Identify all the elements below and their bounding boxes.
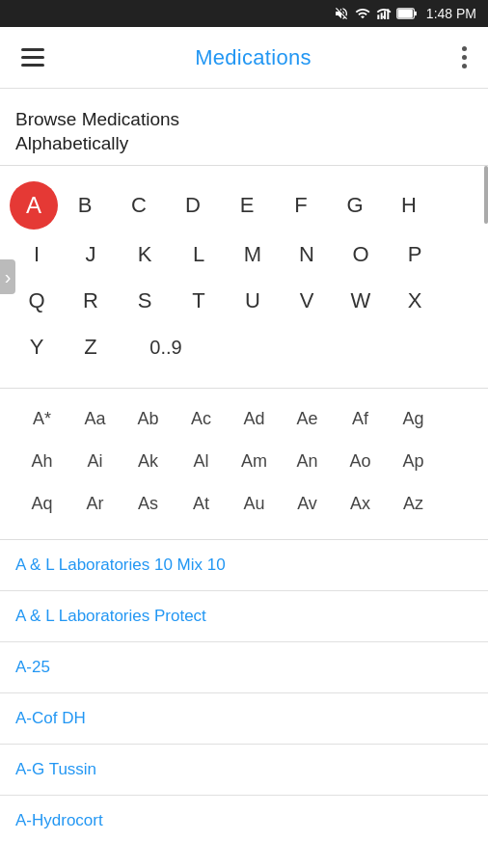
sub-alpha-At[interactable]: At bbox=[175, 485, 228, 522]
alpha-row-2: I J K L M N O P bbox=[10, 233, 478, 276]
alpha-cell-W[interactable]: W bbox=[334, 280, 388, 322]
med-item-1[interactable]: A & L Laboratories Protect bbox=[0, 591, 488, 642]
status-bar: 1:48 PM bbox=[0, 0, 488, 27]
alpha-cell-N[interactable]: N bbox=[280, 233, 334, 276]
svg-rect-5 bbox=[397, 10, 412, 18]
alpha-cell-A[interactable]: A bbox=[10, 181, 58, 230]
alpha-cell-L[interactable]: L bbox=[172, 233, 226, 276]
sub-alpha-Aa[interactable]: Aa bbox=[68, 400, 122, 437]
sub-alpha-Au[interactable]: Au bbox=[228, 485, 281, 522]
sub-alpha-Ah[interactable]: Ah bbox=[15, 443, 68, 479]
alpha-cell-Z[interactable]: Z bbox=[64, 326, 118, 368]
sub-alpha-Af[interactable]: Af bbox=[334, 400, 387, 437]
more-options-icon[interactable] bbox=[456, 41, 473, 74]
battery-icon bbox=[396, 7, 418, 20]
alpha-row-1: A B C D E F G H bbox=[10, 181, 478, 230]
sub-alpha-Ac[interactable]: Ac bbox=[175, 400, 228, 437]
alpha-cell-U[interactable]: U bbox=[226, 280, 280, 322]
sub-alpha-Ae[interactable]: Ae bbox=[281, 400, 334, 437]
alpha-cell-P[interactable]: P bbox=[388, 233, 442, 276]
sub-alpha-Am[interactable]: Am bbox=[228, 443, 281, 479]
svg-rect-1 bbox=[381, 13, 383, 19]
alpha-cell-J[interactable]: J bbox=[64, 233, 118, 276]
sub-alpha-section: A* Aa Ab Ac Ad Ae Af Ag Ah Ai Ak Al Am A… bbox=[0, 389, 488, 540]
alpha-cell-S[interactable]: S bbox=[118, 280, 172, 322]
svg-rect-2 bbox=[384, 11, 386, 19]
alpha-row-4: Y Z 0..9 bbox=[10, 326, 478, 368]
med-item-4[interactable]: A-G Tussin bbox=[0, 745, 488, 796]
alpha-cell-I[interactable]: I bbox=[10, 233, 64, 276]
status-icons: 1:48 PM bbox=[334, 6, 476, 21]
sub-alpha-Az[interactable]: Az bbox=[387, 485, 440, 522]
alpha-cell-E[interactable]: E bbox=[220, 184, 274, 227]
alpha-cell-O[interactable]: O bbox=[334, 233, 388, 276]
alpha-cell-X[interactable]: X bbox=[388, 280, 442, 322]
alpha-cell-F[interactable]: F bbox=[274, 184, 328, 227]
scroll-indicator[interactable] bbox=[0, 259, 15, 294]
alpha-cell-C[interactable]: C bbox=[112, 184, 166, 227]
svg-rect-0 bbox=[377, 14, 379, 19]
sub-alpha-Ap[interactable]: Ap bbox=[387, 443, 440, 479]
sub-alpha-Ag[interactable]: Ag bbox=[387, 400, 440, 437]
medications-list: A & L Laboratories 10 Mix 10 A & L Labor… bbox=[0, 540, 488, 846]
med-item-2[interactable]: A-25 bbox=[0, 642, 488, 693]
app-bar: Medications bbox=[0, 27, 488, 89]
alpha-cell-K[interactable]: K bbox=[118, 233, 172, 276]
scrollbar[interactable] bbox=[484, 166, 488, 224]
alpha-cell-B[interactable]: B bbox=[58, 184, 112, 227]
sub-alpha-Ab[interactable]: Ab bbox=[122, 400, 175, 437]
sub-alpha-Ad[interactable]: Ad bbox=[228, 400, 281, 437]
sub-alpha-row-1: A* Aa Ab Ac Ad Ae Af Ag bbox=[15, 400, 478, 437]
browse-section: Browse MedicationsAlphabetically bbox=[0, 89, 488, 166]
alpha-cell-Y[interactable]: Y bbox=[10, 326, 64, 368]
svg-rect-3 bbox=[387, 9, 389, 19]
alpha-cell-D[interactable]: D bbox=[166, 184, 220, 227]
mute-icon bbox=[334, 6, 349, 21]
alpha-cell-M[interactable]: M bbox=[226, 233, 280, 276]
sub-alpha-Al[interactable]: Al bbox=[175, 443, 228, 479]
med-item-0[interactable]: A & L Laboratories 10 Mix 10 bbox=[0, 540, 488, 591]
alpha-row-3: Q R S T U V W X bbox=[10, 280, 478, 322]
sub-alpha-As[interactable]: As bbox=[122, 485, 175, 522]
alpha-cell-Q[interactable]: Q bbox=[10, 280, 64, 322]
sub-alpha-row-2: Ah Ai Ak Al Am An Ao Ap bbox=[15, 443, 478, 479]
sub-alpha-row-3: Aq Ar As At Au Av Ax Az bbox=[15, 485, 478, 522]
time: 1:48 PM bbox=[426, 6, 476, 21]
browse-title: Browse MedicationsAlphabetically bbox=[15, 108, 473, 155]
hamburger-icon[interactable] bbox=[15, 42, 50, 72]
alpha-cell-H[interactable]: H bbox=[382, 184, 436, 227]
sub-alpha-Ak[interactable]: Ak bbox=[122, 443, 175, 479]
alphabet-section: A B C D E F G H I J K L M N O P Q R S T … bbox=[0, 166, 488, 389]
sub-alpha-Ax[interactable]: Ax bbox=[334, 485, 387, 522]
app-bar-title: Medications bbox=[195, 45, 312, 70]
sub-alpha-Ao[interactable]: Ao bbox=[334, 443, 387, 479]
wifi-icon bbox=[354, 6, 371, 21]
med-item-5[interactable]: A-Hydrocort bbox=[0, 796, 488, 846]
sub-alpha-Ar[interactable]: Ar bbox=[68, 485, 122, 522]
alpha-cell-T[interactable]: T bbox=[172, 280, 226, 322]
alpha-cell-09[interactable]: 0..9 bbox=[118, 326, 214, 368]
med-item-3[interactable]: A-Cof DH bbox=[0, 693, 488, 745]
alpha-cell-V[interactable]: V bbox=[280, 280, 334, 322]
svg-rect-6 bbox=[415, 12, 417, 15]
sub-alpha-Ai[interactable]: Ai bbox=[68, 443, 122, 479]
alpha-cell-R[interactable]: R bbox=[64, 280, 118, 322]
sub-alpha-Astar[interactable]: A* bbox=[15, 400, 68, 437]
sub-alpha-An[interactable]: An bbox=[281, 443, 334, 479]
alpha-cell-G[interactable]: G bbox=[328, 184, 382, 227]
signal-icon bbox=[376, 6, 392, 21]
sub-alpha-Aq[interactable]: Aq bbox=[15, 485, 68, 522]
sub-alpha-Av[interactable]: Av bbox=[281, 485, 334, 522]
